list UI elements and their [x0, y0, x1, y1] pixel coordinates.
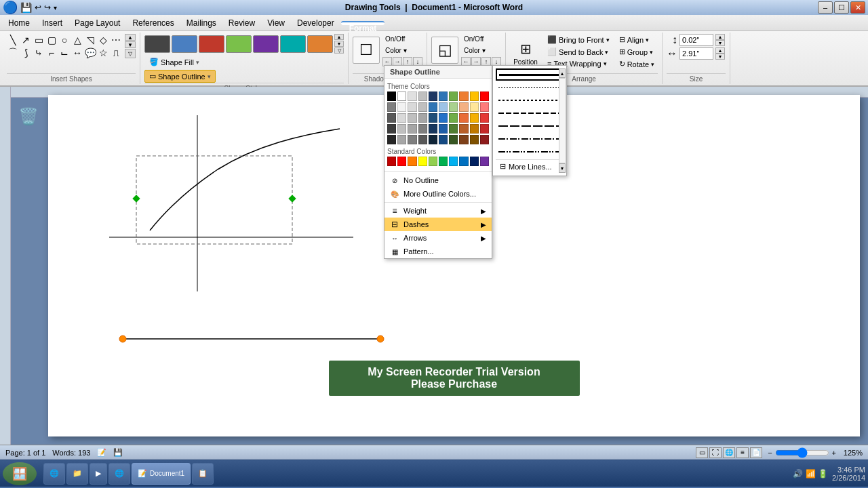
tc-r5-5[interactable]: [429, 135, 437, 144]
styles-down[interactable]: ▼: [334, 41, 344, 47]
tc-r3-6[interactable]: [439, 113, 448, 123]
shape-rect[interactable]: ▭: [33, 34, 45, 46]
shape-diamond[interactable]: ◇: [97, 34, 109, 46]
color-red[interactable]: [480, 92, 489, 101]
draft-view-btn[interactable]: 📄: [750, 447, 762, 458]
sc-4[interactable]: [418, 157, 427, 166]
dashes-scroll-down[interactable]: ▼: [559, 163, 566, 173]
style-swatch-7[interactable]: [307, 35, 333, 53]
shape-curve[interactable]: ⌒: [7, 47, 19, 59]
taskbar-extra[interactable]: 📋: [192, 463, 214, 485]
tc-r5-4[interactable]: [418, 135, 427, 144]
style-swatch-6[interactable]: [280, 35, 306, 53]
tc-r2-9[interactable]: [470, 102, 479, 112]
sc-9[interactable]: [470, 157, 479, 166]
tc-r3-1[interactable]: [387, 113, 396, 123]
tc-r3-10[interactable]: [480, 113, 489, 123]
more-lines-button[interactable]: ⊟ More Lines...: [496, 159, 564, 173]
dashes-option[interactable]: ⊟ Dashes ▶: [384, 218, 492, 231]
shape-callout[interactable]: 💬: [84, 47, 96, 59]
shape-elbow[interactable]: ⌙: [58, 47, 71, 59]
close-button[interactable]: ✕: [850, 1, 865, 14]
menu-format[interactable]: Format: [341, 21, 385, 25]
menu-home[interactable]: Home: [3, 17, 35, 29]
time-display[interactable]: 3:46 PM 2/26/2014: [832, 466, 865, 482]
height-up[interactable]: ▲: [715, 34, 725, 40]
tc-r3-4[interactable]: [418, 113, 427, 123]
color-light-gray[interactable]: [408, 92, 416, 101]
zoom-out-btn[interactable]: −: [768, 449, 772, 457]
tc-r4-6[interactable]: [439, 124, 448, 134]
width-input[interactable]: [679, 47, 713, 60]
tc-r2-5[interactable]: [429, 102, 437, 112]
dash-dot-medium[interactable]: [496, 94, 564, 106]
tc-r4-10[interactable]: [480, 124, 489, 134]
zoom-level[interactable]: 125%: [839, 449, 863, 457]
shape-fill-button[interactable]: 🪣 Shape Fill ▾: [144, 56, 216, 68]
rotate-button[interactable]: ↻ Rotate ▾: [616, 58, 658, 70]
tc-r2-1[interactable]: [387, 102, 396, 112]
color-dark-blue[interactable]: [429, 92, 437, 101]
dash-short[interactable]: [496, 107, 564, 119]
quick-dropdown[interactable]: ▾: [54, 4, 57, 12]
taskbar-word-active[interactable]: 📝 Document1: [132, 463, 191, 485]
tc-r4-3[interactable]: [408, 124, 416, 134]
tc-r4-8[interactable]: [459, 124, 468, 134]
sc-5[interactable]: [429, 157, 437, 166]
styles-up[interactable]: ▲: [334, 34, 344, 40]
sc-3[interactable]: [408, 157, 416, 166]
width-down[interactable]: ▼: [715, 54, 725, 60]
style-swatch-4[interactable]: [226, 35, 252, 53]
shadow-color-btn[interactable]: Color ▾: [382, 45, 422, 56]
style-swatch-1[interactable]: [144, 35, 170, 53]
zoom-in-btn[interactable]: +: [832, 449, 836, 457]
tc-r4-9[interactable]: [470, 124, 479, 134]
sc-8[interactable]: [459, 157, 468, 166]
menu-view[interactable]: View: [262, 17, 290, 29]
minimize-button[interactable]: –: [818, 1, 833, 14]
outline-view-btn[interactable]: ≡: [736, 447, 749, 458]
color-blue[interactable]: [439, 92, 448, 101]
align-button[interactable]: ⊟ Align ▾: [616, 34, 658, 45]
tc-r2-10[interactable]: [480, 102, 489, 112]
color-orange[interactable]: [459, 92, 468, 101]
taskbar-ie[interactable]: 🌐: [43, 463, 65, 485]
menu-developer[interactable]: Developer: [292, 17, 340, 29]
dash-solid[interactable]: [496, 68, 564, 81]
shape-star[interactable]: ☆: [97, 47, 109, 59]
tc-r5-8[interactable]: [459, 135, 468, 144]
shadow-on-off[interactable]: On/Off: [382, 34, 422, 44]
shape-list-btn[interactable]: ▲ ▼ ▽: [125, 34, 136, 58]
shape-line[interactable]: ╲: [7, 34, 19, 46]
shape-rounded-rect[interactable]: ▢: [45, 34, 58, 46]
sc-7[interactable]: [449, 157, 458, 166]
save-indicator[interactable]: 💾: [113, 448, 123, 457]
shape-dbl-arrow[interactable]: ↔: [71, 47, 83, 59]
no-outline-option[interactable]: ⊘ No Outline: [384, 174, 492, 187]
tc-r4-4[interactable]: [418, 124, 427, 134]
sc-1[interactable]: [387, 157, 396, 166]
taskbar-media[interactable]: ▶: [90, 463, 107, 485]
style-swatch-3[interactable]: [199, 35, 224, 53]
group-button[interactable]: ⊞ Group ▾: [616, 46, 658, 58]
color-green[interactable]: [449, 92, 458, 101]
quick-undo[interactable]: ↩: [35, 3, 41, 12]
style-swatch-5[interactable]: [253, 35, 279, 53]
tc-r2-4[interactable]: [418, 102, 427, 112]
color-gray[interactable]: [418, 92, 427, 101]
3d-effect-btn[interactable]: ◱: [431, 37, 458, 64]
tc-r5-3[interactable]: [408, 135, 416, 144]
full-screen-btn[interactable]: ⛶: [709, 447, 722, 458]
shape-triangle[interactable]: △: [71, 34, 83, 46]
sc-6[interactable]: [439, 157, 448, 166]
menu-references[interactable]: References: [127, 17, 179, 29]
send-to-back-button[interactable]: ⬜ Send to Back ▾: [544, 46, 613, 58]
shape-textbox[interactable]: ⎍: [110, 47, 122, 59]
zoom-slider[interactable]: [775, 447, 829, 458]
sc-2[interactable]: [397, 157, 406, 166]
styles-more[interactable]: ▽: [334, 47, 344, 54]
dashes-scroll-up[interactable]: ▲: [559, 68, 566, 78]
menu-insert[interactable]: Insert: [37, 17, 68, 29]
dash-dot-small[interactable]: [496, 81, 564, 94]
web-layout-btn[interactable]: 🌐: [723, 447, 735, 458]
